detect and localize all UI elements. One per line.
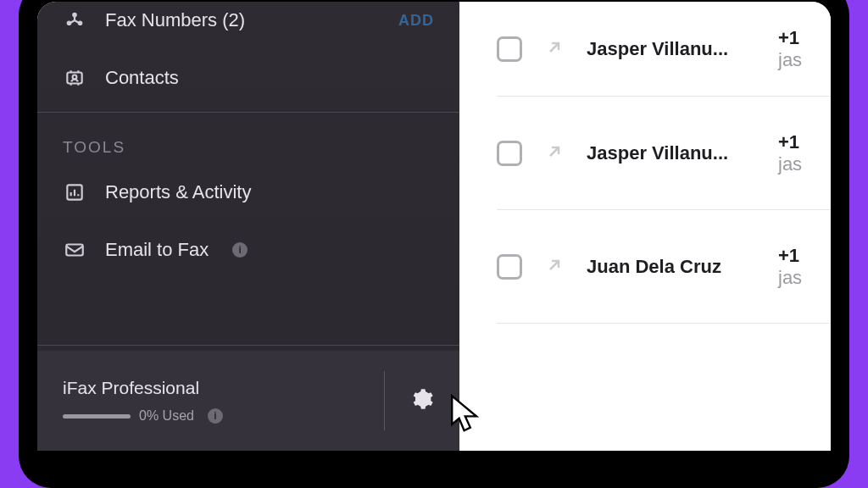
sidebar: Fax Numbers (2) ADD Contacts [37, 2, 459, 451]
fax-number-icon [63, 8, 86, 32]
info-icon[interactable]: i [232, 242, 248, 258]
arrow-up-right-icon [544, 255, 565, 279]
contact-name: Juan Dela Cruz [587, 256, 756, 278]
reports-icon [63, 180, 86, 204]
row-checkbox[interactable] [497, 254, 522, 280]
table-row[interactable]: Jasper Villanu... +1 jas [497, 2, 831, 97]
add-fax-number-link[interactable]: ADD [398, 12, 434, 30]
contact-name: Jasper Villanu... [587, 38, 756, 60]
sidebar-item-email-to-fax[interactable]: Email to Fax i [37, 221, 459, 279]
contact-sub: jas [778, 49, 802, 71]
contacts-icon [63, 66, 86, 90]
sidebar-divider [37, 112, 459, 113]
table-row[interactable]: Juan Dela Cruz +1 jas [497, 210, 831, 324]
arrow-up-right-icon [544, 37, 565, 61]
sidebar-item-contacts[interactable]: Contacts [37, 49, 459, 107]
sidebar-item-fax-numbers[interactable]: Fax Numbers (2) ADD [37, 2, 459, 49]
contact-phone: +1 [778, 131, 799, 153]
row-checkbox[interactable] [497, 141, 522, 166]
contacts-list: Jasper Villanu... +1 jas Jasper Villanu.… [459, 2, 831, 451]
svg-rect-3 [67, 73, 81, 84]
svg-rect-6 [66, 245, 83, 256]
usage-text: 0% Used [139, 408, 194, 424]
contact-name: Jasper Villanu... [587, 142, 756, 164]
footer-vertical-divider [384, 371, 385, 430]
sidebar-item-label-fax-numbers: Fax Numbers (2) [105, 9, 245, 31]
info-icon[interactable]: i [208, 408, 223, 424]
sidebar-item-label-email-to-fax: Email to Fax [105, 239, 209, 261]
svg-point-0 [73, 14, 75, 16]
table-row[interactable]: Jasper Villanu... +1 jas [497, 97, 831, 210]
sidebar-section-tools: TOOLS [37, 118, 459, 164]
sidebar-item-label-reports: Reports & Activity [105, 181, 251, 203]
usage-bar [63, 414, 131, 419]
sidebar-footer: iFax Professional 0% Used i [37, 351, 459, 451]
contact-phone: +1 [778, 245, 799, 267]
email-icon [63, 238, 86, 262]
plan-name: iFax Professional [63, 378, 376, 398]
row-checkbox[interactable] [497, 36, 522, 62]
sidebar-footer-divider [37, 345, 459, 346]
arrow-up-right-icon [544, 141, 565, 165]
sidebar-item-label-contacts: Contacts [105, 67, 179, 89]
contact-sub: jas [778, 153, 802, 175]
contact-phone: +1 [778, 27, 799, 49]
gear-icon[interactable] [410, 387, 434, 414]
contact-sub: jas [778, 267, 802, 289]
sidebar-item-reports[interactable]: Reports & Activity [37, 164, 459, 221]
